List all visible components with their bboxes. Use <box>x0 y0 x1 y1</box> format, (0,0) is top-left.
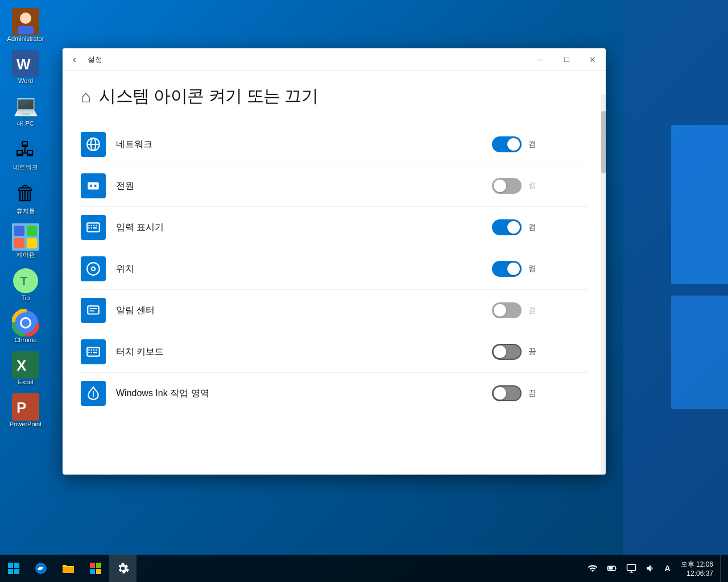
input-toggle-area: 켬 <box>492 219 542 235</box>
desktop-icon-mypc[interactable]: 💻 내 PC <box>3 90 48 130</box>
desktop-icon-word[interactable]: W Word <box>3 48 48 86</box>
power-toggle-knob <box>494 180 506 192</box>
titlebar-left: ‹ 설정 <box>67 50 102 69</box>
notification-toggle-area: 켬 <box>492 302 542 318</box>
desktop-icon-network[interactable]: 🖧 네트워크 <box>3 134 48 174</box>
taskbar: A 오후 12:06 12:06:37 <box>0 555 728 582</box>
powerpoint-icon: P <box>12 393 39 421</box>
svg-text:W: W <box>16 56 31 73</box>
right-panel-accent <box>671 125 728 284</box>
tray-volume-icon[interactable] <box>642 561 659 576</box>
recycle-icon: 🗑 <box>12 180 39 207</box>
svg-rect-56 <box>63 567 74 573</box>
power-toggle[interactable] <box>492 178 522 194</box>
scrollbar-thumb[interactable] <box>601 111 606 173</box>
svg-rect-27 <box>94 184 97 188</box>
window-title: 설정 <box>88 55 102 65</box>
settings-item-input: 입력 표시기 켬 <box>81 207 588 248</box>
show-desktop-button[interactable] <box>720 555 725 582</box>
svg-rect-32 <box>96 225 97 226</box>
word-icon: W <box>12 50 39 77</box>
location-item-icon <box>81 256 106 281</box>
svg-rect-34 <box>91 227 92 228</box>
desktop-icon-powerpoint[interactable]: P PowerPoint <box>3 391 48 430</box>
start-button[interactable] <box>0 555 27 582</box>
windows-ink-toggle[interactable] <box>492 385 522 401</box>
svg-point-38 <box>92 268 94 270</box>
svg-rect-44 <box>91 350 92 351</box>
maximize-button[interactable]: ☐ <box>553 51 580 69</box>
store-button[interactable] <box>82 555 109 582</box>
desktop-icon-control[interactable]: 제어판 <box>3 221 48 261</box>
administrator-label: Administrator <box>7 35 44 42</box>
svg-rect-30 <box>91 225 92 226</box>
desktop-icons-left: Administrator W Word 💻 내 PC 🖧 네트워크 🗑 휴지통 <box>3 6 48 430</box>
tray-clock[interactable]: 오후 12:06 12:06:37 <box>676 559 718 579</box>
scrollbar-track <box>601 94 606 475</box>
svg-rect-48 <box>91 352 92 353</box>
svg-rect-60 <box>96 569 101 574</box>
svg-rect-53 <box>8 569 13 574</box>
desktop-icon-administrator[interactable]: Administrator <box>3 6 48 44</box>
input-item-label: 입력 표시기 <box>116 222 482 234</box>
svg-rect-39 <box>88 306 99 314</box>
settings-window: ‹ 설정 ─ ☐ ✕ ⌂ 시스템 아이콘 켜기 또는 끄기 네트워크 <box>63 48 606 475</box>
network-item-label: 네트워크 <box>116 139 482 151</box>
desktop-icon-chrome[interactable]: Chrome <box>3 307 48 346</box>
desktop-icon-excel[interactable]: X Excel <box>3 349 48 388</box>
tray-time: 오후 12:06 <box>681 560 713 569</box>
settings-taskbar-button[interactable] <box>109 555 136 582</box>
tray-battery-icon[interactable] <box>603 561 621 576</box>
desktop-icon-recycle[interactable]: 🗑 휴지통 <box>3 177 48 218</box>
power-toggle-area: 켬 <box>492 178 542 194</box>
svg-point-17 <box>22 319 30 327</box>
svg-rect-59 <box>90 569 95 574</box>
window-content: ⌂ 시스템 아이콘 켜기 또는 끄기 네트워크 켬 <box>63 71 606 475</box>
svg-rect-6 <box>14 226 24 236</box>
network-toggle-area: 켬 <box>492 136 542 152</box>
desktop-icon-tip[interactable]: T Tip <box>3 265 48 304</box>
tray-date: 12:06:37 <box>686 569 713 577</box>
close-button[interactable]: ✕ <box>580 51 606 69</box>
network-toggle-knob <box>507 138 520 151</box>
notification-item-icon <box>81 298 106 323</box>
windows-ink-toggle-knob <box>494 387 506 400</box>
explorer-button[interactable] <box>55 555 82 582</box>
window-controls: ─ ☐ ✕ <box>527 51 606 69</box>
svg-rect-9 <box>27 238 37 248</box>
windows-ink-item-icon <box>81 381 106 406</box>
svg-text:P: P <box>16 399 26 416</box>
settings-item-notification: 알림 센터 켬 <box>81 290 588 331</box>
touch-keyboard-toggle[interactable] <box>492 344 522 360</box>
svg-rect-29 <box>88 225 89 226</box>
svg-rect-46 <box>96 350 97 351</box>
svg-rect-52 <box>14 563 19 568</box>
network-toggle[interactable] <box>492 136 522 152</box>
back-button[interactable]: ‹ <box>67 50 82 69</box>
word-label: Word <box>18 77 33 84</box>
minimize-button[interactable]: ─ <box>527 51 553 69</box>
svg-rect-7 <box>27 226 37 236</box>
notification-toggle[interactable] <box>492 302 522 318</box>
excel-label: Excel <box>18 379 34 385</box>
svg-rect-58 <box>96 563 101 568</box>
svg-rect-45 <box>93 350 94 351</box>
svg-rect-62 <box>615 568 617 569</box>
power-item-label: 전원 <box>116 180 482 192</box>
network-desktop-label: 네트워크 <box>13 163 38 172</box>
powerpoint-label: PowerPoint <box>10 421 42 427</box>
tray-monitor-icon[interactable] <box>623 561 640 576</box>
control-label: 제어판 <box>16 251 35 259</box>
page-title-icon: ⌂ <box>81 87 91 106</box>
svg-rect-2 <box>18 26 34 34</box>
input-status: 켬 <box>528 222 542 232</box>
location-toggle[interactable] <box>492 261 522 277</box>
input-toggle[interactable] <box>492 219 522 235</box>
svg-rect-54 <box>14 569 19 574</box>
settings-item-location: 위치 켬 <box>81 248 588 290</box>
tray-network-icon[interactable] <box>584 561 601 576</box>
tray-ime-indicator[interactable]: A <box>661 562 674 575</box>
svg-point-1 <box>20 13 31 24</box>
settings-item-windows-ink: Windows Ink 작업 영역 끔 <box>81 373 588 414</box>
edge-button[interactable] <box>27 555 55 582</box>
